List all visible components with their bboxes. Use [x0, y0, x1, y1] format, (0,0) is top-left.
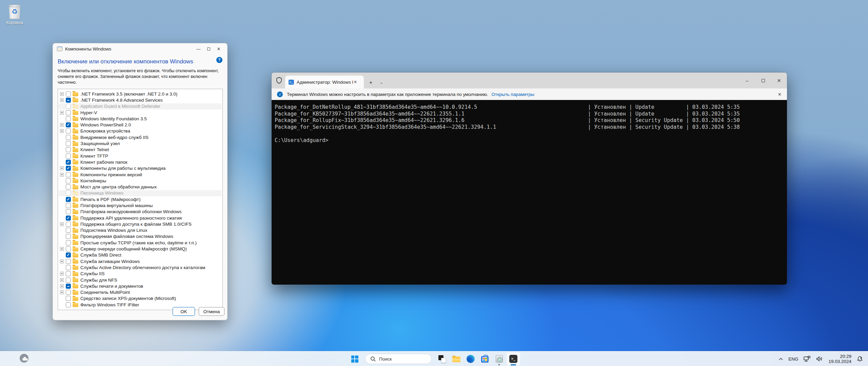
tree-item[interactable]: Служба SMB Direct	[59, 252, 222, 258]
expand-icon[interactable]: +	[60, 98, 64, 102]
tab-close-icon[interactable]: ✕	[354, 80, 357, 84]
language-indicator[interactable]: ENG	[788, 357, 798, 362]
tree-item[interactable]: Клиент TFTP	[59, 153, 222, 159]
expand-icon[interactable]: +	[60, 123, 64, 127]
tree-item[interactable]: +.NET Framework 4.8 Advanced Services	[59, 97, 222, 103]
start-button[interactable]	[348, 352, 362, 366]
tree-item[interactable]: +Windows PowerShell 2.0	[59, 122, 222, 128]
checkbox[interactable]	[66, 110, 71, 115]
network-icon[interactable]	[803, 356, 811, 362]
dialog-titlebar[interactable]: Компоненты Windows — ✕	[53, 43, 227, 54]
dialog-maximize-button[interactable]	[203, 46, 214, 52]
edge-button[interactable]	[463, 352, 478, 366]
clock[interactable]: 20:29 19.03.2024	[828, 354, 851, 364]
expand-icon[interactable]: +	[60, 290, 64, 294]
checkbox[interactable]	[66, 116, 71, 121]
checkbox[interactable]	[66, 190, 71, 196]
checkbox[interactable]	[66, 172, 71, 177]
expand-icon[interactable]: +	[60, 166, 64, 170]
checkbox[interactable]	[66, 246, 71, 251]
checkbox[interactable]	[66, 135, 71, 140]
tree-item[interactable]: Контейнеры	[59, 178, 222, 184]
tree-item[interactable]: +Службы для NFS	[59, 277, 222, 283]
terminal-taskbar-button[interactable]: >_	[506, 352, 520, 366]
expand-icon[interactable]: +	[60, 247, 64, 251]
checkbox[interactable]	[66, 296, 71, 301]
checkbox[interactable]	[66, 160, 71, 165]
terminal-maximize-button[interactable]	[755, 73, 771, 88]
widgets-weather-icon[interactable]	[20, 354, 30, 364]
expand-icon[interactable]: +	[60, 111, 64, 115]
tree-item[interactable]: Поддержка API удаленного разностного сжа…	[59, 215, 222, 221]
checkbox[interactable]	[66, 166, 71, 171]
notification-bell-icon[interactable]	[856, 355, 863, 362]
help-icon[interactable]: ?	[216, 57, 222, 63]
tree-item[interactable]: +Поддержка общего доступа к файлам SMB 1…	[59, 221, 222, 227]
checkbox[interactable]	[66, 203, 71, 208]
tree-item[interactable]: +Службы IIS	[59, 271, 222, 277]
tree-item[interactable]: +Соединитель MultiPoint	[59, 289, 222, 296]
checkbox[interactable]	[66, 222, 71, 227]
tree-item[interactable]: Внедряемое веб-ядро служб IIS	[59, 134, 222, 140]
store-button[interactable]	[478, 352, 492, 366]
expand-icon[interactable]: +	[60, 284, 64, 288]
windows-features-taskbar-button[interactable]	[492, 352, 506, 366]
tree-item[interactable]: +Служба активации Windows	[59, 258, 222, 264]
tree-item[interactable]: Защищенный узел	[59, 140, 222, 146]
checkbox[interactable]	[66, 178, 71, 183]
expand-icon[interactable]: +	[60, 272, 64, 276]
terminal-close-button[interactable]: ✕	[771, 73, 787, 88]
checkbox[interactable]	[66, 290, 71, 295]
checkbox[interactable]	[66, 184, 71, 189]
checkbox[interactable]	[66, 216, 71, 221]
checkbox[interactable]	[66, 122, 71, 127]
tree-item[interactable]: +Hyper-V	[59, 109, 222, 116]
expand-icon[interactable]: +	[60, 92, 64, 96]
tree-item[interactable]: +.NET Framework 3.5 (включает .NET 2.0 и…	[59, 91, 222, 97]
checkbox[interactable]	[66, 234, 71, 239]
tree-item[interactable]: Проецируемая файловая система Windows	[59, 233, 222, 240]
dialog-close-button[interactable]: ✕	[214, 46, 224, 52]
terminal-tab[interactable]: >_ Администратор: Windows Po ✕	[285, 76, 364, 88]
tree-item[interactable]: Службы Active Directory облегченного дос…	[59, 264, 222, 270]
open-settings-link[interactable]: Открыть параметры	[492, 92, 534, 97]
dialog-minimize-button[interactable]: —	[193, 46, 203, 52]
new-tab-button[interactable]: +	[369, 80, 372, 85]
checkbox[interactable]	[66, 284, 71, 289]
checkbox[interactable]	[66, 265, 71, 270]
tree-item[interactable]: +Сервер очереди сообщений Майкрософт (MS…	[59, 246, 222, 252]
tree-item[interactable]: +Компоненты прежних версий	[59, 171, 222, 178]
tree-item[interactable]: Подсистема Windows для Linux	[59, 227, 222, 233]
checkbox[interactable]	[66, 228, 71, 233]
checkbox[interactable]	[66, 302, 71, 307]
checkbox[interactable]	[66, 92, 71, 97]
checkbox[interactable]	[66, 128, 71, 134]
terminal-minimize-button[interactable]: –	[739, 73, 755, 88]
expand-icon[interactable]: +	[60, 129, 64, 133]
checkbox[interactable]	[66, 278, 71, 283]
tree-item[interactable]: Песочница Windows	[59, 190, 222, 196]
terminal-content[interactable]: Package_for_DotNetRollup_481~31bf3856ad3…	[272, 100, 787, 285]
checkbox[interactable]	[66, 240, 71, 245]
tree-item[interactable]: Клиент рабочих папок	[59, 159, 222, 165]
file-explorer-button[interactable]	[449, 352, 463, 366]
expand-icon[interactable]: +	[60, 278, 64, 282]
tree-item[interactable]: +Компоненты для работы с мультимедиа	[59, 165, 222, 171]
terminal-tabbar[interactable]: >_ Администратор: Windows Po ✕ + ⌄ – ✕	[272, 73, 787, 88]
tree-item[interactable]: Application Guard в Microsoft Defender	[59, 103, 222, 109]
checkbox[interactable]	[66, 98, 71, 103]
features-tree[interactable]: +.NET Framework 3.5 (включает .NET 2.0 и…	[58, 89, 223, 310]
tree-item[interactable]: Мост для центра обработки данных	[59, 184, 222, 190]
tree-item[interactable]: Клиент Telnet	[59, 147, 222, 153]
tree-item[interactable]: Простые службы TCPIP (такие как echo, da…	[59, 240, 222, 246]
checkbox[interactable]	[66, 197, 71, 202]
ok-button[interactable]: OK	[173, 307, 195, 316]
expand-icon[interactable]: +	[60, 260, 64, 263]
expand-icon[interactable]: +	[60, 173, 64, 177]
tree-item[interactable]: +Службы печати и документов	[59, 283, 222, 289]
volume-icon[interactable]	[816, 356, 823, 362]
recycle-bin[interactable]: ♻ Корзина	[4, 5, 25, 25]
banner-close-icon[interactable]: ✕	[778, 92, 782, 97]
task-view-button[interactable]	[435, 352, 449, 366]
tree-item[interactable]: +Блокировка устройства	[59, 128, 222, 134]
